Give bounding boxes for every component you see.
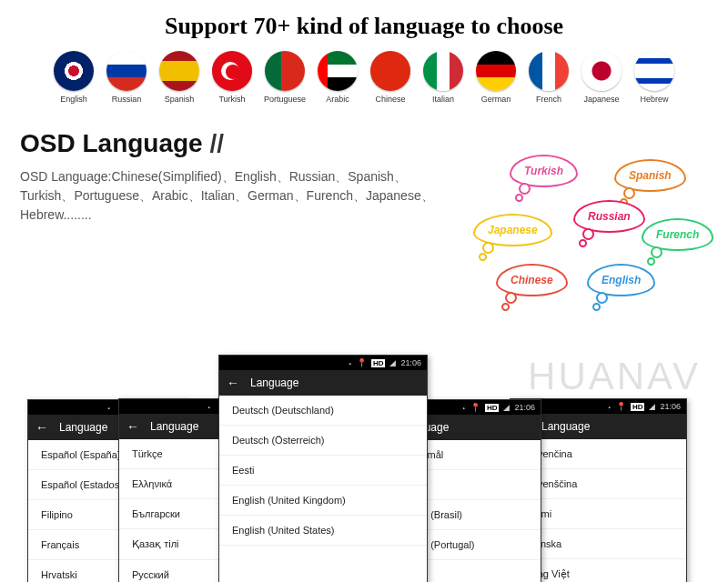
- location-icon: 📍: [357, 358, 367, 367]
- language-item[interactable]: English (United Kingdom): [219, 486, 427, 516]
- headline: Support 70+ kind of language to choose: [0, 13, 728, 40]
- screen-title: Language: [541, 420, 590, 433]
- flag-portuguese: Portuguese: [263, 51, 307, 104]
- signal-icon: ◢: [649, 402, 655, 411]
- osd-title-text: OSD Language: [20, 129, 203, 157]
- status-bar: ⬩📍HD◢21:06: [219, 356, 427, 370]
- flag-icon: [370, 51, 410, 91]
- signal-icon: ◢: [389, 358, 396, 367]
- flag-icon: [318, 51, 358, 91]
- cloud-english: English: [587, 264, 655, 296]
- cloud-chinese: Chinese: [496, 264, 568, 296]
- cloud-turkish: Turkish: [510, 155, 578, 187]
- screen-title: Language: [150, 420, 198, 433]
- status-time: 21:06: [514, 403, 535, 412]
- flag-german: German: [474, 51, 518, 104]
- flag-chinese: Chinese: [369, 51, 412, 104]
- flag-label: Japanese: [583, 95, 619, 104]
- flag-label: Arabic: [326, 95, 349, 104]
- gps-icon: ⬩: [461, 403, 466, 412]
- gps-icon: ⬩: [607, 402, 612, 411]
- clouds-group: Turkish Spanish Russian Japanese Furench…: [473, 155, 710, 309]
- flag-japanese: Japanese: [580, 51, 623, 104]
- osd-slashes: //: [203, 129, 224, 157]
- language-item[interactable]: Deutsch (Deutschland): [219, 396, 427, 426]
- screenshot-3: ⬩📍HD◢21:06←LanguageDeutsch (Deutschland)…: [218, 355, 428, 582]
- flag-label: Chinese: [375, 95, 405, 104]
- flag-icon: [159, 51, 199, 91]
- screen-header: ←Language: [219, 370, 427, 396]
- flag-icon: [54, 51, 94, 91]
- gps-icon: ⬩: [207, 402, 211, 411]
- flag-italian: Italian: [421, 51, 465, 104]
- language-item[interactable]: Eesti: [219, 456, 427, 486]
- back-arrow-icon[interactable]: ←: [126, 419, 139, 434]
- hd-badge: HD: [631, 403, 645, 411]
- language-item[interactable]: Deutsch (Österreich): [219, 426, 427, 456]
- flag-icon: [634, 51, 674, 91]
- location-icon: 📍: [470, 403, 480, 412]
- hd-badge: HD: [485, 404, 500, 412]
- back-arrow-icon[interactable]: ←: [35, 420, 48, 435]
- cloud-spanish: Spanish: [614, 159, 686, 192]
- flag-label: English: [60, 95, 87, 104]
- flag-spanish: Spanish: [157, 51, 201, 104]
- flag-icon: [212, 51, 252, 91]
- screen-title: Language: [250, 376, 298, 389]
- flag-russian: Russian: [105, 51, 148, 104]
- flag-icon: [423, 51, 463, 91]
- hd-badge: HD: [371, 359, 386, 367]
- gps-icon: ⬩: [106, 403, 111, 412]
- screen-title: Language: [59, 421, 107, 434]
- flag-french: French: [527, 51, 571, 104]
- flag-label: German: [481, 95, 511, 104]
- flag-hebrew: Hebrew: [632, 51, 676, 104]
- flag-label: Hebrew: [640, 95, 668, 104]
- screen-body: Deutsch (Deutschland)Deutsch (Österreich…: [219, 396, 427, 546]
- screenshots-group: ⬩📍HD◢21:06←LanguageEspañol (España)Españ…: [0, 318, 728, 582]
- flag-label: Italian: [432, 95, 454, 104]
- signal-icon: ◢: [503, 403, 510, 412]
- flag-label: Turkish: [218, 95, 245, 104]
- flag-icon: [265, 51, 305, 91]
- flag-arabic: Arabic: [316, 51, 359, 104]
- flag-icon: [529, 51, 569, 91]
- status-time: 21:06: [660, 402, 681, 411]
- osd-description: OSD Language:Chinese(Simplified)、English…: [20, 167, 457, 225]
- language-item[interactable]: English (United States): [219, 516, 427, 546]
- flag-icon: [476, 51, 516, 91]
- cloud-russian: Russian: [573, 200, 645, 233]
- flag-label: French: [536, 95, 561, 104]
- flag-label: Portuguese: [264, 95, 306, 104]
- flag-label: Russian: [112, 95, 142, 104]
- cloud-furench: Furench: [642, 218, 713, 251]
- gps-icon: ⬩: [348, 358, 352, 367]
- status-time: 21:06: [400, 358, 421, 367]
- flag-turkish: Turkish: [210, 51, 254, 104]
- flag-english: English: [52, 51, 96, 104]
- cloud-japanese: Japanese: [473, 214, 552, 246]
- back-arrow-icon[interactable]: ←: [227, 376, 239, 390]
- location-icon: 📍: [616, 402, 626, 411]
- flag-icon: [581, 51, 622, 91]
- flag-icon: [106, 51, 147, 91]
- flags-row: EnglishRussianSpanishTurkishPortugueseAr…: [0, 51, 728, 104]
- flag-label: Spanish: [165, 95, 195, 104]
